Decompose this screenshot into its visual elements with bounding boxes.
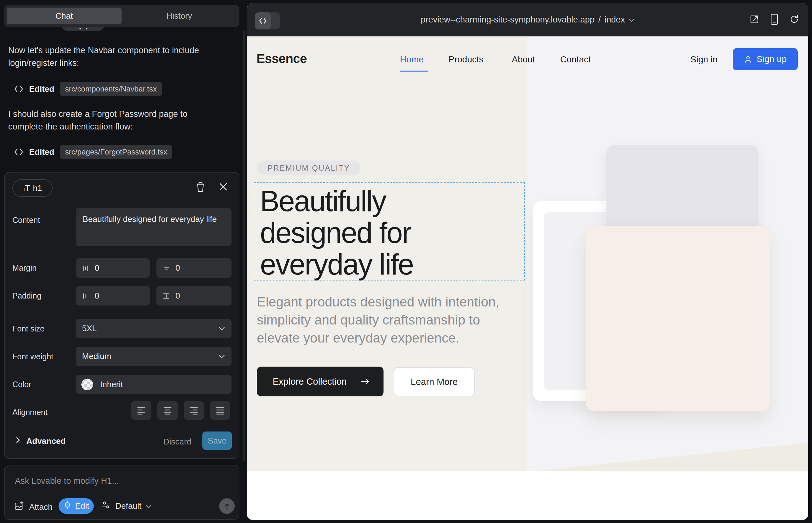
send-button[interactable] <box>219 498 235 514</box>
edit-mode-button[interactable]: Edit <box>58 498 94 514</box>
sidebar-tabbar: Chat History <box>4 5 240 27</box>
chip-dot <box>86 28 87 30</box>
hero-description: Elegant products designed with intention… <box>257 293 514 347</box>
arrow-right-icon <box>360 378 370 385</box>
align-left-button[interactable] <box>131 401 152 420</box>
discard-button[interactable]: Discard <box>163 437 191 447</box>
padding-y-input[interactable]: 0 <box>156 286 231 306</box>
padding-y-value: 0 <box>175 291 180 301</box>
edited-label: Edited <box>29 84 54 94</box>
chevron-down-icon <box>218 354 225 359</box>
code-icon <box>14 85 23 93</box>
edited-label: Edited <box>29 147 54 157</box>
text-icon: тT <box>23 184 30 193</box>
site-content: Essence Home Products About Contact Sign… <box>247 36 808 520</box>
site-logo[interactable]: Essence <box>257 52 307 66</box>
sign-up-label: Sign up <box>757 54 787 64</box>
padding-vertical-icon <box>162 292 170 300</box>
chevron-down-icon <box>218 326 225 331</box>
tab-history-label: History <box>166 11 192 21</box>
font-weight-label: Font weight <box>12 352 53 361</box>
margin-y-input[interactable]: 0 <box>156 258 231 278</box>
heading-line: designed for <box>260 217 413 249</box>
preview-toolbar: preview--charming-site-symphony.lovable.… <box>247 3 808 36</box>
mode-select[interactable]: Default <box>101 500 152 512</box>
nav-link-home[interactable]: Home <box>400 54 424 65</box>
selected-tag-chip: тT h1 <box>12 179 53 197</box>
nav-link-about[interactable]: About <box>512 54 535 65</box>
align-right-button[interactable] <box>184 401 204 420</box>
save-button[interactable]: Save <box>202 432 232 450</box>
edit-label: Edit <box>75 501 89 511</box>
learn-more-label: Learn More <box>411 377 458 387</box>
preview-pane: preview--charming-site-symphony.lovable.… <box>247 3 808 520</box>
align-center-button[interactable] <box>157 401 178 420</box>
close-icon[interactable] <box>218 182 228 192</box>
sliders-icon <box>101 500 111 512</box>
edited-file-chip[interactable]: src/pages/ForgotPassword.tsx <box>60 145 172 159</box>
hero-badge: PREMIUM QUALITY <box>257 161 361 175</box>
mobile-view-icon[interactable] <box>770 14 778 26</box>
decor-card-beige <box>586 226 770 411</box>
margin-x-input[interactable]: 0 <box>76 258 150 278</box>
url-bar[interactable]: preview--charming-site-symphony.lovable.… <box>421 15 635 25</box>
tab-chat[interactable]: Chat <box>7 7 122 24</box>
url-page: index <box>604 15 625 25</box>
edited-file-row[interactable]: Edited src/pages/ForgotPassword.tsx <box>14 145 172 159</box>
code-icon[interactable] <box>255 12 271 30</box>
chip-dot <box>80 28 81 30</box>
padding-label: Padding <box>12 291 41 301</box>
font-size-select[interactable]: 5XL <box>76 319 231 338</box>
color-select[interactable]: Inherit <box>76 375 231 394</box>
font-size-label: Font size <box>12 324 44 333</box>
hero-section: Essence Home Products About Contact Sign… <box>247 36 808 471</box>
edited-file-row[interactable]: Edited src/components/Navbar.tsx <box>14 82 162 96</box>
attach-button[interactable]: Attach <box>14 501 53 513</box>
nav-link-products[interactable]: Products <box>448 54 483 65</box>
explore-collection-button[interactable]: Explore Collection <box>257 366 384 396</box>
advanced-toggle[interactable]: Advanced <box>16 436 66 446</box>
explore-label: Explore Collection <box>273 376 347 387</box>
open-external-icon[interactable] <box>749 14 759 26</box>
composer-input[interactable]: Ask Lovable to modify H1... <box>15 476 119 486</box>
tab-history[interactable]: History <box>122 7 237 24</box>
nav-link-contact[interactable]: Contact <box>560 54 591 65</box>
url-separator: / <box>598 15 601 25</box>
margin-horizontal-icon <box>82 264 90 272</box>
edited-file-chip[interactable]: src/components/Navbar.tsx <box>60 82 161 96</box>
target-icon <box>63 501 72 511</box>
content-label: Content <box>12 216 40 225</box>
user-icon <box>744 55 752 63</box>
sign-in-link[interactable]: Sign in <box>690 54 718 65</box>
font-weight-select[interactable]: Medium <box>76 347 231 366</box>
mode-label: Default <box>115 501 141 511</box>
delete-element-button[interactable] <box>196 182 205 192</box>
margin-x-value: 0 <box>95 263 99 273</box>
chevron-down-icon <box>146 501 152 511</box>
hero-heading[interactable]: Beautifully designed for everyday life <box>260 185 413 280</box>
color-label: Color <box>12 380 31 389</box>
tab-chat-label: Chat <box>55 11 73 21</box>
chat-scrollbar[interactable] <box>243 30 245 461</box>
nav-active-underline <box>400 71 428 72</box>
padding-horizontal-icon <box>82 292 90 300</box>
margin-vertical-icon <box>162 264 170 272</box>
image-plus-icon <box>14 501 24 513</box>
refresh-icon[interactable] <box>789 14 799 26</box>
color-value: Inherit <box>100 380 123 390</box>
sign-up-button[interactable]: Sign up <box>733 48 798 70</box>
chevron-down-icon <box>629 19 634 22</box>
align-justify-button[interactable] <box>210 401 230 420</box>
code-icon <box>14 148 23 156</box>
lovable-app: Chat History Now let's update the Navbar… <box>0 0 812 523</box>
font-size-value: 5XL <box>82 324 96 333</box>
code-preview-toggle[interactable] <box>255 12 280 30</box>
padding-x-input[interactable]: 0 <box>76 286 150 306</box>
content-input[interactable]: Beautifully designed for everyday life <box>76 208 231 246</box>
chat-message: Now let's update the Navbar component to… <box>8 44 213 69</box>
padding-x-value: 0 <box>95 291 99 301</box>
font-weight-value: Medium <box>82 351 111 361</box>
content-value: Beautifully designed for everyday life <box>83 214 217 225</box>
url-host: preview--charming-site-symphony.lovable.… <box>421 15 595 25</box>
learn-more-button[interactable]: Learn More <box>394 367 475 396</box>
